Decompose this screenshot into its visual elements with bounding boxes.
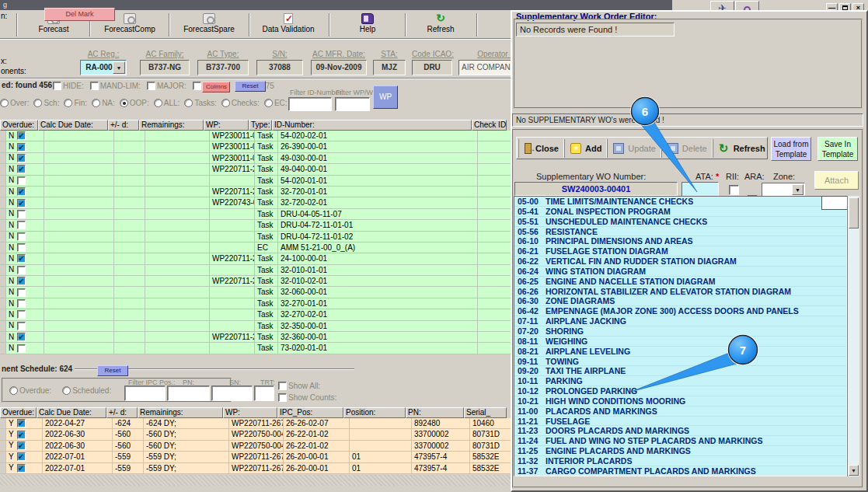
row-selector[interactable] [0, 197, 6, 208]
chevron-down-icon[interactable]: ▼ [113, 61, 125, 74]
row-checkbox[interactable] [17, 288, 26, 297]
row-checkbox[interactable] [17, 187, 26, 196]
rii-checkbox[interactable] [729, 185, 739, 195]
ata-list-item[interactable]: 05-41 ZONAL INSPECTION PROGRAM [514, 207, 846, 217]
table-row[interactable]: Y 2022-06-30 -560 -560 DY; WP220750-004 … [0, 441, 513, 452]
row-checkbox[interactable] [17, 464, 26, 473]
table-row[interactable]: N WP220711-267 Task 32-360-00-01 [0, 332, 513, 343]
row-checkbox[interactable] [17, 419, 26, 427]
column-header[interactable]: ID-Number: [272, 120, 472, 131]
row-checkbox[interactable] [17, 431, 26, 439]
row-checkbox[interactable] [17, 221, 26, 229]
toolbar-button[interactable]: ForecastSpare [171, 12, 247, 37]
row-selector[interactable] [0, 276, 6, 286]
table-row[interactable]: N Task DRU-04-05-11-07 [0, 209, 513, 220]
table-row[interactable]: N Task 54-020-01-01 [0, 176, 513, 187]
filter-id-input[interactable] [288, 97, 332, 111]
toolbar-button[interactable]: Data Validation [250, 12, 326, 37]
table-row[interactable]: N WP220743-004 Task 32-720-02-01 [0, 197, 513, 208]
column-header[interactable]: Remainings: [139, 120, 204, 131]
ata-list-item[interactable]: 07-20 SHORING [514, 326, 846, 337]
ata-list-item[interactable]: 11-25 ENGINE PLACARDS AND MARKINGS [514, 446, 846, 456]
attach-button[interactable]: Attach [814, 171, 859, 190]
row-checkbox[interactable] [17, 310, 26, 319]
field-value[interactable]: 09-Nov-2009 ▼ [311, 60, 367, 75]
row-selector[interactable] [0, 287, 6, 297]
radio-icon[interactable] [120, 99, 128, 107]
row-checkbox[interactable] [17, 322, 26, 330]
ata-list-item[interactable]: 11-23 DOORS PLACARDS AND MARKINGS [514, 426, 846, 436]
ata-list-item[interactable]: 08-11 WEIGHING [514, 337, 846, 347]
ata-list-item[interactable]: 10-11 PARKING [514, 376, 846, 386]
table-row[interactable]: N WP230011-004 Task 49-030-00-01 [0, 153, 513, 164]
column-header[interactable]: +/- d: [108, 120, 139, 131]
row-checkbox[interactable] [17, 277, 26, 285]
row-checkbox[interactable] [17, 299, 26, 308]
row-selector[interactable] [0, 253, 6, 263]
row-selector[interactable] [0, 452, 6, 462]
ata-list-item[interactable]: 10-21 HIGH WIND CONDITIONS MOORING [514, 396, 846, 407]
table-row[interactable]: Y 2022-06-30 -560 -560 DY; WP220750-004 … [0, 429, 513, 440]
schedule-radio[interactable]: Overdue: [9, 386, 51, 395]
sn-input[interactable] [211, 386, 253, 401]
table-row[interactable]: N WP220711-267 Task 24-100-00-01 [0, 253, 513, 264]
checkbox-icon[interactable] [90, 82, 99, 90]
column-header[interactable]: Position: [343, 407, 406, 418]
list-scrollbar[interactable]: ▼ [847, 196, 859, 476]
table-row[interactable]: Y 2022-04-27 -624 -624 DY; WP220711-267 … [0, 418, 513, 429]
table-row[interactable]: N Task 73-020-01-01 [0, 343, 513, 354]
row-selector[interactable] [0, 332, 6, 342]
wp-button[interactable]: WP [373, 85, 398, 109]
radio-icon[interactable] [33, 99, 42, 107]
filter-radio[interactable]: Fin: [64, 99, 87, 107]
row-checkbox[interactable] [17, 199, 26, 208]
checkbox-icon[interactable] [278, 393, 287, 402]
radio-icon[interactable] [221, 99, 230, 107]
toolbar-button[interactable]: Refresh [406, 12, 475, 37]
filter-radio[interactable]: Tasks: [184, 99, 216, 107]
radio-icon[interactable] [154, 99, 162, 107]
radio-icon[interactable] [0, 99, 9, 107]
editor-toolbar-button[interactable]: Refresh [713, 139, 771, 158]
row-checkbox[interactable] [17, 154, 26, 162]
table-row[interactable]: N WP220711-267 Task 49-040-00-01 [0, 164, 513, 175]
column-header[interactable]: Type: [249, 120, 272, 131]
ata-list-item[interactable]: 06-10 PRINCIPAL DIMENSIONS AND AREAS [514, 236, 846, 246]
ata-list-item[interactable]: 06-26 HORIZONTAL STABILIZER AND ELEVATOR… [514, 287, 846, 297]
row-checkbox[interactable] [17, 131, 26, 140]
row-checkbox[interactable] [17, 176, 26, 185]
column-header[interactable]: Calc Due Date: [38, 120, 108, 131]
table-row[interactable]: N Task 32-350-00-01 [0, 321, 513, 332]
table-row[interactable]: N WP230011-004 Task 54-020-02-01 [0, 131, 513, 141]
ata-input[interactable] [682, 182, 719, 197]
row-selector[interactable] [0, 309, 6, 319]
ata-list-item[interactable]: 05-51 UNSCHEDULED MAINTENANCE CHECKS [514, 217, 846, 227]
table-row[interactable]: N Task 32-010-01-01 [0, 265, 513, 276]
ata-list-item[interactable]: 06-24 WING STATION DIAGRAM [514, 267, 846, 277]
row-checkbox[interactable] [17, 143, 26, 152]
ata-list-item[interactable]: 11-24 FUEL AND WING NO STEP PLACARDS AND… [514, 436, 846, 446]
row-selector[interactable] [0, 164, 6, 174]
ata-list-item[interactable]: 06-42 EMPENNAGE (MAJOR ZONE 300) ACCESS … [514, 306, 846, 316]
table-row[interactable]: N WP220711-267 Task 32-010-02-01 [0, 276, 513, 287]
ata-list-item[interactable]: 10-12 PROLONGED PARKING [514, 386, 846, 396]
filter-checkbox[interactable]: HIDE: [53, 82, 84, 90]
table-row[interactable]: N Task 32-270-01-01 [0, 298, 513, 309]
row-checkbox[interactable] [17, 344, 26, 353]
field-value[interactable]: B737-700 ▼ [197, 60, 249, 75]
checkbox-icon[interactable] [278, 382, 287, 390]
filter-checkbox[interactable]: MAND-LIM: [90, 82, 141, 90]
table-row[interactable]: N Task DRU-04-72-11-01-02 [0, 232, 513, 243]
row-selector[interactable] [0, 441, 6, 451]
column-header[interactable]: Check ID: [472, 120, 507, 131]
ata-list-item[interactable]: 06-25 ENGINE AND NACELLE STATION DIAGRAM [514, 277, 846, 287]
column-header[interactable]: WP: [223, 407, 277, 418]
schedule-radio[interactable]: Scheduled: [62, 386, 111, 395]
column-header[interactable]: PN: [406, 407, 464, 418]
table-row[interactable]: N WP230011-004 Task 26-390-00-01 [0, 141, 513, 152]
chevron-down-icon[interactable]: ▼ [792, 184, 804, 195]
filter-radio[interactable]: EC: [264, 99, 288, 107]
row-selector[interactable] [0, 418, 6, 428]
table-row[interactable]: Y 2022-07-01 -559 -559 DY; WP220711-267 … [0, 452, 513, 462]
toolbar-button[interactable]: Help [330, 12, 405, 37]
